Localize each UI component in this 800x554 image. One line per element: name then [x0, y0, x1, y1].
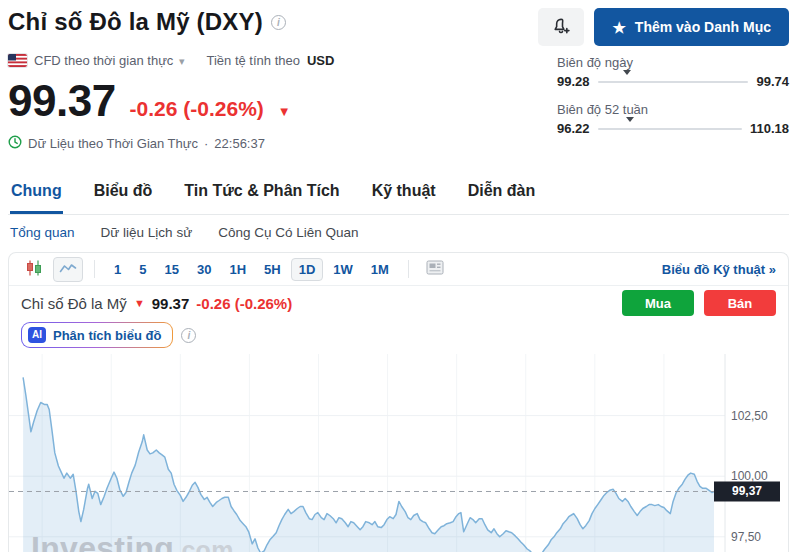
subtab-du-lieu-lich-su[interactable]: Dữ liệu Lịch sử	[101, 225, 193, 240]
price-area	[23, 377, 714, 552]
timeframe-5h-button[interactable]: 5H	[256, 258, 289, 281]
sub-tabs: Tổng quanDữ liệu Lịch sửCông Cụ Có Liên …	[8, 225, 789, 252]
watermark: Investing.com	[31, 530, 234, 552]
main-tabs: ChungBiểu đồTin Tức & Phân TíchKỹ thuậtD…	[8, 174, 789, 215]
price-details-toggle-icon[interactable]: ▼	[278, 104, 291, 119]
week52-range-slider[interactable]	[598, 128, 742, 130]
timeframe-1-button[interactable]: 1	[106, 258, 129, 281]
chevron-down-icon: ▾	[179, 55, 185, 67]
day-range-slider[interactable]	[598, 81, 749, 83]
double-arrow-icon: »	[769, 262, 776, 277]
bell-plus-icon	[551, 16, 571, 39]
realtime-separator: ·	[204, 136, 208, 151]
price-down-icon: ▼	[134, 297, 145, 309]
tab-tin-tuc-phan-tich[interactable]: Tin Tức & Phân Tích	[183, 174, 340, 214]
ai-badge: AI	[28, 327, 46, 343]
tab-dien-dan[interactable]: Diễn đàn	[467, 174, 537, 214]
day-range-handle[interactable]	[623, 75, 631, 93]
ranges-panel: Biên độ ngày 99.28 99.74 Biên độ 52 tuần…	[557, 53, 789, 152]
technical-chart-label: Biểu đồ Kỹ thuật	[662, 262, 765, 277]
line-chart-icon	[59, 261, 77, 278]
current-price: 99.37	[8, 79, 116, 123]
chart-header: Chỉ số Đô la Mỹ ▼ 99.37 -0.26 (-0.26%) M…	[9, 286, 788, 320]
add-to-watchlist-label: Thêm vào Danh Mục	[635, 19, 771, 35]
timeframe-15-button[interactable]: 15	[156, 258, 186, 281]
realtime-label: Dữ Liệu theo Thời Gian Thực	[28, 136, 198, 151]
timeframe-1h-button[interactable]: 1H	[221, 258, 254, 281]
us-flag-icon	[8, 54, 27, 67]
subtab-tong-quan[interactable]: Tổng quan	[10, 225, 75, 240]
realtime-time: 22:56:37	[214, 136, 265, 151]
timeframe-5-button[interactable]: 5	[131, 258, 154, 281]
add-to-watchlist-button[interactable]: ★ Thêm vào Danh Mục	[594, 8, 789, 46]
buy-button[interactable]: Mua	[622, 290, 694, 316]
chart-instrument-name: Chỉ số Đô la Mỹ	[21, 295, 127, 312]
currency-value: USD	[307, 53, 334, 68]
ai-info-icon[interactable]: i	[181, 328, 196, 343]
toolbar-separator	[94, 260, 95, 278]
y-axis-label: 97,50	[731, 530, 761, 544]
chart-price: 99.37	[152, 295, 190, 312]
chart-type-line-button[interactable]	[53, 257, 83, 282]
news-panel-icon	[426, 260, 444, 278]
timeframe-1m-button[interactable]: 1M	[363, 258, 397, 281]
page-title: Chỉ số Đô la Mỹ (DXY)	[8, 8, 263, 36]
timeframe-30-button[interactable]: 30	[189, 258, 219, 281]
day-range-high: 99.74	[756, 74, 789, 89]
timeframe-1w-button[interactable]: 1W	[325, 258, 361, 281]
header: Chỉ số Đô la Mỹ (DXY) i ★ Thêm vào Danh …	[8, 8, 789, 46]
week52-range-label: Biên độ 52 tuần	[557, 102, 789, 117]
news-panel-button[interactable]	[420, 256, 450, 282]
star-icon: ★	[612, 20, 625, 35]
price-chart-svg[interactable]: 102,50100,0097,5099,37	[9, 354, 788, 552]
week52-range-low: 96.22	[557, 121, 590, 136]
watermark-suffix: .com	[174, 536, 234, 552]
week52-range-high: 110.18	[750, 121, 789, 136]
week52-range-handle[interactable]	[626, 122, 634, 140]
toolbar-separator	[408, 260, 409, 278]
tab-chung[interactable]: Chung	[10, 174, 63, 214]
day-range-label: Biên độ ngày	[557, 55, 789, 70]
instrument-type-label: CFD theo thời gian thực	[34, 53, 173, 68]
timeframe-group: 1515301H5H1D1W1M	[106, 258, 397, 281]
tab-bieu-do[interactable]: Biểu đồ	[93, 174, 154, 214]
sell-button[interactable]: Bán	[704, 290, 776, 316]
y-axis-label: 100,00	[731, 469, 768, 483]
price-change: -0.26 (-0.26%)	[130, 97, 264, 121]
candlestick-icon	[25, 260, 43, 279]
tab-ky-thuat[interactable]: Kỹ thuật	[371, 174, 437, 214]
chart-toolbar: 1515301H5H1D1W1M Biểu đồ Kỹ thuật »	[9, 253, 788, 286]
day-range-low: 99.28	[557, 74, 590, 89]
watermark-text: Investing	[31, 530, 174, 552]
ai-analysis-label: Phân tích biểu đồ	[53, 328, 161, 343]
clock-icon	[8, 135, 22, 152]
timeframe-1d-button[interactable]: 1D	[291, 258, 324, 281]
create-alert-button[interactable]	[538, 8, 584, 46]
technical-chart-link[interactable]: Biểu đồ Kỹ thuật »	[662, 262, 776, 277]
currency-label: Tiền tệ tính theo	[207, 53, 300, 68]
price-chart[interactable]: 102,50100,0097,5099,37 Investing.com	[9, 354, 788, 552]
chart-type-candlestick-button[interactable]	[19, 256, 49, 283]
y-axis-label: 102,50	[731, 409, 768, 423]
chart-change: -0.26 (-0.26%)	[196, 295, 292, 312]
chart-card: 1515301H5H1D1W1M Biểu đồ Kỹ thuật »	[8, 252, 789, 552]
instrument-type-dropdown[interactable]: CFD theo thời gian thực ▾	[34, 53, 185, 68]
subtab-cong-cu-co-lien-quan[interactable]: Công Cụ Có Liên Quan	[218, 225, 358, 240]
ai-analysis-button[interactable]: AI Phân tích biểu đồ	[21, 322, 173, 348]
title-info-icon[interactable]: i	[271, 15, 286, 30]
instrument-page: Chỉ số Đô la Mỹ (DXY) i ★ Thêm vào Danh …	[0, 0, 800, 552]
last-price-badge-label: 99,37	[732, 484, 762, 498]
